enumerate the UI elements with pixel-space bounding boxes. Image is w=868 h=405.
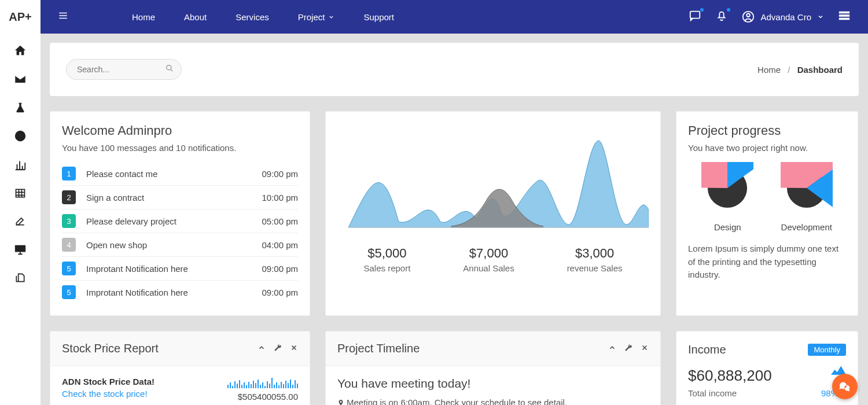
list-badge: 2 [62, 190, 76, 204]
svg-rect-0 [16, 189, 25, 197]
pin-icon [337, 399, 344, 406]
timeline-meta: Meeting is on 6:00am. Check your schedul… [337, 397, 649, 405]
list-time: 04:00 pm [262, 240, 298, 250]
collapse-icon[interactable] [608, 344, 616, 354]
list-item[interactable]: 2Sign a contract10:00 pm [62, 186, 298, 209]
bar-chart-icon[interactable] [14, 159, 27, 171]
pie-row: Design Development [688, 162, 846, 232]
collapse-icon[interactable] [258, 344, 266, 354]
chat-bubbles-icon [839, 381, 851, 392]
notification-list: 1Please contact me09:00 pm2Sign a contra… [62, 162, 298, 304]
breadcrumb-current: Dashboard [797, 65, 843, 75]
edit-icon[interactable] [14, 215, 27, 227]
stat-sales-report: $5,000 Sales report [363, 246, 410, 273]
income-card: Income Monthly $60,888,200 Total income … [676, 331, 858, 405]
search-box [66, 59, 182, 80]
income-badge[interactable]: Monthly [808, 344, 846, 356]
svg-rect-7 [839, 18, 849, 20]
chat-icon[interactable] [689, 9, 701, 24]
svg-rect-1 [15, 245, 25, 252]
stock-price: $505400055.00 [227, 392, 298, 402]
left-sidebar: AP+ [0, 0, 41, 405]
files-icon[interactable] [14, 272, 27, 284]
area-chart [337, 123, 649, 239]
bell-icon[interactable] [715, 9, 728, 24]
breadcrumb-separator: / [788, 65, 790, 75]
home-icon[interactable] [14, 44, 27, 57]
user-name: Advanda Cro [760, 12, 811, 22]
sparkline-bars [227, 377, 298, 388]
list-item[interactable]: 1Please contact me09:00 pm [62, 162, 298, 186]
nav-support[interactable]: Support [363, 12, 394, 22]
svg-rect-6 [839, 14, 849, 17]
logo[interactable]: AP+ [0, 0, 41, 34]
progress-card: Project progress You have two project ri… [676, 111, 858, 316]
header-row: Home / Dashboard [50, 43, 859, 96]
timeline-card: Project Timeline You have meeting today!… [325, 331, 661, 405]
list-time: 05:00 pm [262, 216, 298, 226]
income-label: Total income [688, 388, 737, 398]
notification-dot [727, 8, 730, 12]
monitor-icon[interactable] [14, 243, 27, 256]
nav-services[interactable]: Services [236, 12, 269, 22]
search-icon[interactable] [165, 64, 174, 75]
hamburger-icon[interactable] [58, 10, 68, 23]
menu-stack-icon[interactable] [838, 9, 851, 24]
list-badge: 1 [62, 167, 76, 181]
wrench-icon[interactable] [624, 344, 632, 354]
nav-links: Home About Services Project Support [132, 12, 394, 22]
wrench-icon[interactable] [274, 344, 282, 354]
list-item[interactable]: 4Open new shop04:00 pm [62, 233, 298, 257]
stock-title: ADN Stock Price Data! [62, 377, 155, 386]
nav-about[interactable]: About [184, 12, 207, 22]
user-menu[interactable]: Advanda Cro [742, 10, 824, 23]
stats-row: $5,000 Sales report $7,000 Annual Sales … [337, 246, 649, 278]
stock-header: Stock Price Report [50, 332, 310, 366]
welcome-subtitle: You have 100 messages and 10 notificatio… [62, 143, 298, 153]
nav-home[interactable]: Home [132, 12, 155, 22]
nav-project[interactable]: Project [298, 12, 335, 22]
chat-fab[interactable] [832, 374, 858, 399]
list-time: 09:00 pm [262, 169, 298, 179]
pie-chart-design [701, 162, 753, 214]
progress-desc: Lorem Ipsum is simply dummy one text of … [688, 242, 846, 282]
svg-point-4 [747, 14, 751, 17]
list-item[interactable]: 3Please delevary project05:00 pm [62, 209, 298, 233]
flask-icon[interactable] [14, 102, 27, 113]
close-icon[interactable] [290, 344, 298, 354]
breadcrumb-home[interactable]: Home [757, 65, 781, 75]
svg-rect-5 [839, 12, 849, 14]
list-badge: 3 [62, 214, 76, 228]
pie-chart-icon[interactable] [14, 130, 27, 142]
list-time: 10:00 pm [262, 193, 298, 203]
timeline-header: Project Timeline [326, 332, 660, 366]
stock-card: Stock Price Report ADN Stock Price Data!… [50, 331, 310, 405]
search-input[interactable] [66, 59, 182, 80]
list-text: Sign a contract [86, 193, 262, 203]
topbar: Home About Services Project Support Adva… [41, 0, 868, 34]
table-icon[interactable] [14, 187, 27, 199]
list-text: Please delevary project [86, 216, 262, 226]
mail-icon[interactable] [14, 73, 27, 86]
welcome-title: Welcome Adminpro [62, 123, 298, 138]
stock-panel-title: Stock Price Report [62, 342, 159, 355]
pie-development: Development [781, 162, 833, 232]
list-text: Open new shop [86, 240, 262, 250]
svg-point-12 [708, 168, 747, 208]
list-badge: 4 [62, 238, 76, 252]
list-text: Improtant Notification here [86, 264, 262, 274]
chevron-down-icon [328, 14, 334, 20]
pie-chart-development [781, 162, 833, 214]
list-item[interactable]: 5Improtant Notification here09:00 pm [62, 281, 298, 304]
timeline-panel-title: Project Timeline [337, 342, 420, 355]
stock-link[interactable]: Check the stock price! [62, 389, 155, 399]
list-item[interactable]: 5Improtant Notification here09:00 pm [62, 257, 298, 281]
sales-chart-card: $5,000 Sales report $7,000 Annual Sales … [325, 111, 661, 316]
welcome-card: Welcome Adminpro You have 100 messages a… [50, 111, 310, 316]
close-icon[interactable] [641, 344, 649, 354]
stat-revenue-sales: $3,000 revenue Sales [567, 246, 623, 273]
progress-subtitle: You have two project right now. [688, 143, 846, 153]
breadcrumb: Home / Dashboard [757, 65, 843, 75]
list-badge: 5 [62, 262, 76, 275]
chevron-down-icon [817, 13, 824, 20]
